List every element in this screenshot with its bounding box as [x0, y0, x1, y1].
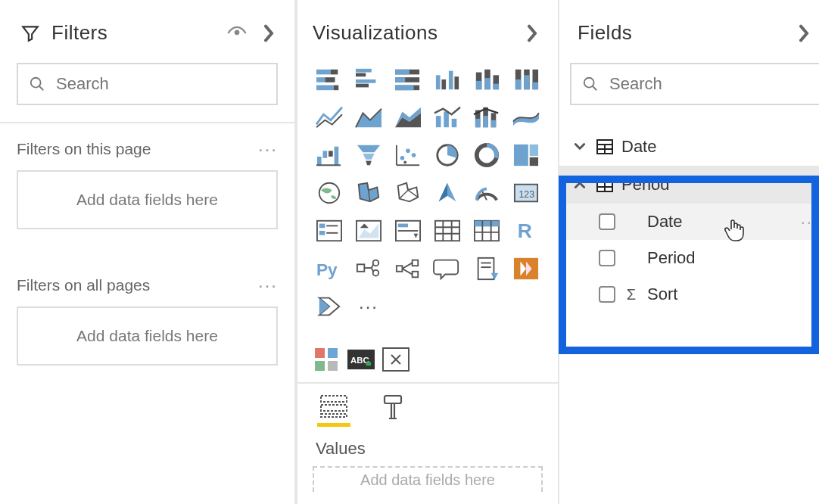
table-period[interactable]: Period	[559, 166, 819, 204]
fields-pane: Fields Date	[558, 0, 819, 504]
viz-power-apps[interactable]	[509, 252, 543, 285]
viz-decomposition-tree[interactable]	[391, 252, 425, 285]
svg-point-58	[412, 153, 416, 157]
svg-rect-107	[478, 258, 494, 279]
tab-format[interactable]	[376, 394, 410, 427]
viz-table[interactable]	[431, 214, 464, 247]
svg-rect-19	[441, 79, 446, 89]
svg-rect-38	[444, 111, 449, 127]
filters-search[interactable]	[17, 63, 278, 105]
field-sort[interactable]: Σ Sort	[559, 276, 819, 313]
filters-all-dropzone[interactable]: Add data fields here	[17, 306, 278, 366]
svg-rect-13	[395, 70, 410, 75]
viz-stacked-bar-100[interactable]	[391, 63, 425, 96]
eye-icon[interactable]	[226, 23, 248, 44]
viz-slicer[interactable]	[391, 214, 425, 247]
checkbox[interactable]	[599, 286, 615, 303]
filters-page-more-icon[interactable]: ···	[258, 138, 278, 160]
field-label: Sort	[647, 285, 677, 304]
fields-search-input[interactable]	[608, 73, 819, 95]
viz-stacked-bar[interactable]	[313, 63, 346, 96]
svg-rect-138	[606, 183, 612, 186]
viz-treemap[interactable]	[509, 138, 543, 172]
field-date[interactable]: Date ···	[559, 204, 819, 240]
viz-key-influencers[interactable]	[352, 252, 385, 285]
viz-shape-map[interactable]	[391, 176, 425, 210]
viz-stacked-column[interactable]	[470, 63, 503, 96]
viz-line-stacked-column[interactable]	[470, 101, 503, 134]
svg-rect-31	[524, 75, 530, 89]
table-date[interactable]: Date	[559, 128, 819, 166]
checkbox[interactable]	[599, 213, 615, 230]
viz-gauge[interactable]	[470, 176, 503, 210]
viz-qna[interactable]	[431, 252, 464, 285]
cursor-hand-icon	[724, 217, 746, 243]
svg-text:Py: Py	[316, 260, 338, 279]
svg-rect-9	[356, 73, 366, 77]
filters-page-title: Filters on this page	[17, 140, 151, 158]
viz-clustered-bar[interactable]	[352, 63, 385, 96]
viz-area[interactable]	[352, 101, 385, 134]
color-swatch-icon[interactable]	[313, 346, 340, 373]
table-label: Date	[621, 137, 656, 157]
svg-rect-118	[315, 361, 325, 371]
svg-text:R: R	[518, 219, 532, 242]
svg-line-101	[372, 268, 374, 272]
viz-line-clustered-column[interactable]	[431, 101, 464, 134]
filters-all-title: Filters on all pages	[17, 276, 150, 294]
fields-collapse-icon[interactable]	[793, 23, 814, 44]
viz-stacked-area[interactable]	[391, 101, 425, 134]
checkbox[interactable]	[599, 250, 615, 266]
visualizations-pane: Visualizations 123RPy··· ABC	[296, 0, 558, 504]
viz-waterfall[interactable]	[313, 138, 346, 172]
filters-all-more-icon[interactable]: ···	[258, 275, 278, 296]
table-icon	[596, 176, 614, 193]
viz-collapse-icon[interactable]	[522, 23, 543, 44]
filters-search-input[interactable]	[54, 73, 266, 95]
viz-kpi[interactable]	[352, 214, 385, 247]
svg-rect-5	[325, 77, 335, 82]
svg-rect-126	[321, 414, 347, 417]
viz-r-visual[interactable]: R	[509, 214, 543, 247]
svg-rect-96	[357, 264, 364, 271]
tab-fields[interactable]	[317, 394, 350, 427]
svg-rect-102	[397, 266, 403, 272]
filter-icon	[20, 23, 41, 44]
viz-more[interactable]: ···	[352, 290, 385, 323]
svg-rect-75	[319, 231, 325, 235]
viz-clustered-column[interactable]	[431, 63, 464, 96]
filters-page-dropzone[interactable]: Add data fields here	[17, 170, 278, 229]
table-label: Period	[621, 175, 670, 194]
svg-rect-63	[530, 145, 538, 156]
collapse-icon[interactable]	[258, 23, 279, 44]
dropzone-label: Add data fields here	[76, 191, 218, 209]
viz-power-automate[interactable]	[313, 290, 346, 323]
viz-pie[interactable]	[431, 138, 464, 172]
values-dropzone[interactable]: Add data fields here	[313, 466, 543, 492]
viz-ribbon[interactable]	[509, 101, 543, 134]
viz-funnel[interactable]	[352, 138, 385, 172]
field-period[interactable]: Period	[559, 240, 819, 276]
viz-stacked-column-100[interactable]	[509, 63, 543, 96]
viz-map[interactable]	[313, 176, 346, 210]
viz-azure-map[interactable]	[431, 176, 464, 210]
viz-python-visual[interactable]: Py	[313, 252, 346, 285]
viz-line[interactable]	[313, 101, 346, 134]
viz-filled-map[interactable]	[352, 176, 385, 210]
viz-paginated-report[interactable]	[470, 252, 503, 285]
field-more-icon[interactable]: ···	[801, 213, 819, 232]
viz-scatter[interactable]	[391, 138, 425, 172]
viz-card[interactable]: 123	[509, 176, 543, 210]
svg-rect-84	[435, 221, 459, 241]
svg-rect-104	[413, 272, 419, 278]
fields-search[interactable]	[570, 63, 819, 105]
viz-multi-row-card[interactable]	[313, 214, 346, 247]
svg-rect-127	[385, 396, 401, 403]
viz-matrix[interactable]	[470, 214, 503, 247]
abc-swatch-icon[interactable]: ABC	[347, 346, 375, 373]
svg-rect-122	[366, 362, 372, 366]
svg-point-128	[584, 78, 594, 88]
svg-rect-18	[436, 75, 441, 89]
delete-swatch-icon[interactable]	[382, 346, 410, 373]
viz-donut[interactable]	[470, 138, 503, 172]
